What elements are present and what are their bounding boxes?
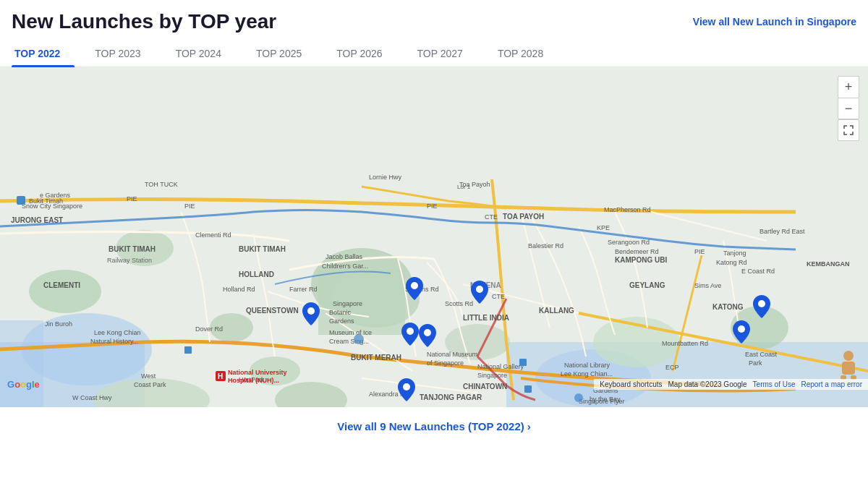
- svg-text:PIE: PIE: [184, 202, 195, 210]
- svg-text:of Singapore: of Singapore: [427, 359, 464, 367]
- svg-point-114: [403, 383, 410, 391]
- svg-text:H: H: [218, 372, 223, 380]
- svg-text:Museum of Ice: Museum of Ice: [329, 329, 372, 336]
- svg-text:CTE: CTE: [492, 293, 505, 300]
- svg-text:Natural History...: Natural History...: [90, 338, 138, 345]
- footer-link-container[interactable]: View all 9 New Launches (TOP 2022)›: [0, 407, 868, 445]
- tab-top2022[interactable]: TOP 2022: [12, 40, 75, 67]
- street-view-pegman[interactable]: [838, 351, 859, 380]
- svg-text:BUKIT MERAH: BUKIT MERAH: [351, 354, 401, 362]
- svg-text:Hospital (NUH)...: Hospital (NUH)...: [228, 377, 279, 384]
- tab-top2023[interactable]: TOP 2023: [92, 40, 155, 67]
- svg-text:Bendemeer Rd: Bendemeer Rd: [615, 248, 659, 255]
- svg-rect-92: [17, 196, 25, 205]
- svg-text:Bartley Rd East: Bartley Rd East: [760, 228, 805, 235]
- svg-text:National University: National University: [228, 369, 287, 376]
- svg-text:Railway Station: Railway Station: [107, 257, 152, 264]
- map-pin-pin3[interactable]: [471, 281, 488, 304]
- svg-text:BUKIT TIMAH: BUKIT TIMAH: [109, 245, 156, 253]
- footer-link-text: View all 9 New Launches (TOP 2022): [337, 420, 524, 432]
- svg-text:Gardens: Gardens: [329, 317, 354, 325]
- tab-top2025[interactable]: TOP 2025: [253, 40, 316, 67]
- svg-text:East Coast: East Coast: [745, 351, 778, 358]
- map-pin-pin2[interactable]: [406, 277, 423, 300]
- page-header: New Launches by TOP year View all New La…: [0, 0, 868, 40]
- svg-text:Balestier Rd: Balestier Rd: [528, 242, 563, 250]
- map-controls: + −: [838, 76, 859, 119]
- svg-text:MacPherson Rd: MacPherson Rd: [604, 206, 651, 213]
- view-all-link[interactable]: View all New Launch in Singapore: [693, 16, 856, 27]
- map-pin-pin1[interactable]: [302, 302, 320, 325]
- svg-text:KAMPONG UBI: KAMPONG UBI: [615, 256, 667, 264]
- svg-text:CTE: CTE: [485, 213, 498, 221]
- svg-text:Dover Rd: Dover Rd: [195, 325, 223, 333]
- map-pin-pin5[interactable]: [419, 324, 436, 347]
- svg-text:Singapore: Singapore: [333, 300, 362, 307]
- zoom-in-button[interactable]: +: [838, 76, 859, 98]
- svg-text:E Coast Rd: E Coast Rd: [741, 268, 775, 275]
- svg-point-94: [354, 334, 364, 344]
- map-container: JURONG EAST BUKIT TIMAH Railway Station …: [0, 67, 868, 407]
- svg-point-6: [29, 270, 101, 313]
- svg-text:Lornie Hwy: Lornie Hwy: [369, 174, 402, 181]
- map-pin-pin8[interactable]: [753, 295, 770, 318]
- svg-text:by the Bay: by the Bay: [590, 396, 621, 403]
- svg-text:National Museum: National Museum: [427, 351, 477, 358]
- svg-text:Mountbatten Rd: Mountbatten Rd: [662, 340, 708, 347]
- svg-text:GEYLANG: GEYLANG: [629, 281, 665, 289]
- svg-point-115: [738, 325, 745, 333]
- svg-text:BUKIT TIMAH: BUKIT TIMAH: [239, 245, 286, 253]
- svg-text:Scotts Rd: Scotts Rd: [445, 300, 473, 307]
- svg-text:Park: Park: [749, 359, 762, 367]
- svg-text:National Gallery: National Gallery: [477, 363, 524, 370]
- svg-text:PIE: PIE: [427, 202, 438, 210]
- svg-rect-97: [519, 359, 527, 366]
- svg-text:Farrer Rd: Farrer Rd: [289, 286, 318, 293]
- map-pin-pin6[interactable]: [398, 378, 415, 401]
- fullscreen-button[interactable]: [838, 119, 859, 141]
- svg-point-3: [22, 313, 152, 385]
- tab-top2028[interactable]: TOP 2028: [495, 40, 558, 67]
- tab-top2027[interactable]: TOP 2027: [414, 40, 477, 67]
- svg-text:JURONG EAST: JURONG EAST: [11, 216, 63, 224]
- terms-of-use[interactable]: Terms of Use: [753, 380, 796, 388]
- svg-text:Lee Kong Chian: Lee Kong Chian: [94, 329, 141, 336]
- map-pin-pin7[interactable]: [733, 320, 750, 344]
- svg-text:KATONG: KATONG: [712, 303, 744, 311]
- svg-text:ECP: ECP: [665, 364, 679, 371]
- zoom-out-button[interactable]: −: [838, 98, 859, 119]
- svg-text:KALLANG: KALLANG: [539, 307, 574, 315]
- tab-top2026[interactable]: TOP 2026: [333, 40, 396, 67]
- svg-text:TOA PAYOH: TOA PAYOH: [503, 213, 544, 221]
- svg-rect-117: [843, 351, 854, 361]
- svg-text:Botanic: Botanic: [329, 309, 352, 316]
- svg-text:TANJONG PAGAR: TANJONG PAGAR: [420, 393, 482, 401]
- keyboard-shortcuts[interactable]: Keyboard shortcuts: [600, 380, 662, 388]
- svg-point-113: [424, 329, 431, 336]
- svg-text:Holland Rd: Holland Rd: [223, 286, 255, 293]
- svg-text:HOLLAND: HOLLAND: [239, 270, 274, 278]
- page-title: New Launches by TOP year: [12, 10, 276, 33]
- svg-text:West: West: [141, 372, 156, 380]
- svg-text:Lee Kong Chian...: Lee Kong Chian...: [561, 370, 613, 378]
- svg-text:QUEENSTOWN: QUEENSTOWN: [246, 307, 299, 315]
- tabs-container: TOP 2022TOP 2023TOP 2024TOP 2025TOP 2026…: [0, 40, 868, 67]
- tab-top2024[interactable]: TOP 2024: [173, 40, 236, 67]
- svg-text:Jacob Ballas: Jacob Ballas: [326, 253, 363, 260]
- svg-text:Tanjong: Tanjong: [723, 250, 746, 257]
- map-pin-pin4[interactable]: [401, 323, 419, 346]
- svg-point-109: [307, 307, 315, 315]
- svg-text:Children's Gar...: Children's Gar...: [322, 263, 368, 270]
- svg-text:KPE: KPE: [597, 224, 610, 231]
- svg-text:Jin Buroh: Jin Buroh: [45, 320, 72, 328]
- svg-text:CLEMENTI: CLEMENTI: [43, 281, 80, 289]
- svg-text:KEMBANGAN: KEMBANGAN: [807, 260, 850, 268]
- svg-text:PIE: PIE: [127, 195, 137, 202]
- svg-text:Coast Park: Coast Park: [134, 381, 166, 388]
- svg-text:Clementi Rd: Clementi Rd: [195, 231, 231, 239]
- report-map-error[interactable]: Report a map error: [801, 380, 862, 388]
- svg-text:Singapore: Singapore: [477, 372, 507, 379]
- svg-text:Bukit Timah: Bukit Timah: [29, 197, 63, 205]
- svg-text:W Coast Hwy: W Coast Hwy: [72, 394, 112, 401]
- svg-text:National Library: National Library: [564, 362, 610, 369]
